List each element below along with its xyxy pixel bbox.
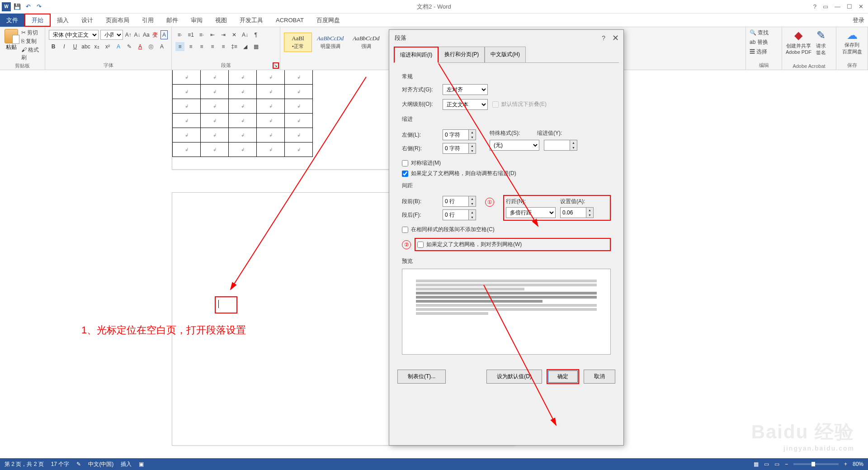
sort-icon[interactable]: A↓ [241,30,250,39]
noadd-checkbox[interactable] [402,227,408,233]
distribute-icon[interactable]: ≡ [219,42,228,51]
login-link[interactable]: 登录 [853,16,864,24]
at-spinner[interactable]: ▲▼ [560,207,594,218]
help-icon[interactable]: ? [813,3,816,10]
read-mode-icon[interactable]: ▭ [764,461,769,467]
numbering-icon[interactable]: ≡1 [186,30,195,39]
macro-icon[interactable]: ▣ [139,461,144,467]
zoom-out-icon[interactable]: − [785,461,788,467]
font-color-icon[interactable]: A [136,42,145,51]
undo-icon[interactable]: ↶ [24,2,33,11]
justify-icon[interactable]: ≡ [208,42,217,51]
enclose-icon[interactable]: ㊐ [146,42,156,51]
char-border-icon[interactable]: A [160,30,168,39]
tab-asian-typography[interactable]: 中文版式(H) [485,47,526,63]
special-select[interactable]: (无) [490,140,539,151]
tab-acrobat[interactable]: ACROBAT [269,14,310,27]
spellcheck-icon[interactable]: ✎ [76,461,81,467]
autogrid-checkbox[interactable] [402,171,408,177]
line-spacing-icon[interactable]: ‡≡ [230,42,239,51]
strike-icon[interactable]: abc [81,42,90,51]
increase-indent-icon[interactable]: ⇥ [219,30,228,39]
dialog-close-icon[interactable]: ✕ [612,33,619,43]
after-spinner[interactable]: ▲▼ [443,209,476,220]
shading-icon[interactable]: ◢ [241,42,250,51]
tab-references[interactable]: 引用 [136,14,160,27]
redo-icon[interactable]: ↷ [34,2,43,11]
tab-baidu[interactable]: 百度网盘 [310,14,346,27]
tab-indent-spacing[interactable]: 缩进和间距(I) [394,47,439,63]
phonetic-icon[interactable]: 变 [151,30,159,39]
snapgrid-checkbox[interactable] [417,242,424,248]
right-indent-spinner[interactable]: ▲▼ [443,143,476,154]
underline-icon[interactable]: U [71,42,80,51]
align-center-icon[interactable]: ≡ [186,42,195,51]
cut-button[interactable]: ✂ 剪切 [21,29,41,37]
shrink-font-icon[interactable]: A↓ [134,30,141,39]
font-name-select[interactable]: 宋体 (中文正文 [49,30,99,40]
italic-icon[interactable]: I [60,42,69,51]
bullets-icon[interactable]: ≡· [175,30,184,39]
borders-icon[interactable]: ▦ [251,42,260,51]
tab-layout[interactable]: 页面布局 [99,14,136,27]
align-right-icon[interactable]: ≡ [197,42,206,51]
style-emphasis[interactable]: AaBbCcDd 明显强调 [313,33,348,52]
cancel-button[interactable]: 取消 [584,370,615,384]
before-spinner[interactable]: ▲▼ [443,196,476,207]
char-shading-icon[interactable]: A [157,42,166,51]
mirror-checkbox[interactable] [402,160,408,166]
replace-button[interactable]: ab 替换 [750,38,778,46]
web-layout-icon[interactable]: ▭ [774,461,779,467]
tab-design[interactable]: 设计 [75,14,99,27]
tab-mail[interactable]: 邮件 [160,14,184,27]
word-count[interactable]: 17 个字 [51,461,70,468]
style-normal[interactable]: AaBl •正常 [284,33,312,52]
zoom-level[interactable]: 80% [853,461,863,467]
outline-select[interactable]: 正文文本 [443,99,488,110]
zoom-slider[interactable] [793,463,839,465]
create-pdf-button[interactable]: ◆ 创建并共享 Adobe PDF [786,29,811,56]
format-painter-button[interactable]: 🖌 格式刷 [21,46,41,62]
page-status[interactable]: 第 2 页，共 2 页 [5,461,44,468]
ok-button[interactable]: 确定 [547,369,579,384]
asian-layout-icon[interactable]: ✕ [230,30,239,39]
default-button[interactable]: 设为默认值(D) [486,370,542,384]
align-left-icon[interactable]: ≡ [175,42,184,51]
print-layout-icon[interactable]: ▦ [754,461,759,467]
show-marks-icon[interactable]: ¶ [251,30,260,39]
paste-button[interactable]: 粘贴 [4,29,19,62]
insert-mode[interactable]: 插入 [121,461,132,468]
doc-table[interactable]: ↲↲↲↲↲ ↲↲↲↲↲ ↲↲↲↲↲ ↲↲↲↲↲ ↲↲↲↲↲ ↲↲↲↲↲ [172,70,313,157]
zoom-in-icon[interactable]: + [844,461,847,467]
tab-file[interactable]: 文件 [0,14,24,27]
tabs-button[interactable]: 制表位(T)... [397,370,446,384]
text-effect-icon[interactable]: A [114,42,123,51]
paragraph-launcher-icon[interactable]: ↘ [273,62,279,69]
close-icon[interactable]: ✕ [859,3,863,10]
tab-view[interactable]: 视图 [209,14,233,27]
highlight-icon[interactable]: ✎ [125,42,134,51]
subscript-icon[interactable]: x₂ [92,42,101,51]
change-case-icon[interactable]: Aa [142,30,150,39]
dialog-help-icon[interactable]: ? [602,34,605,42]
find-button[interactable]: 🔍 查找 [750,29,778,37]
decrease-indent-icon[interactable]: ⇤ [208,30,217,39]
copy-button[interactable]: ⎘ 复制 [21,38,41,45]
tab-insert[interactable]: 插入 [51,14,75,27]
font-size-select[interactable]: 小四 [100,30,123,40]
style-strong[interactable]: AaBbCcDd 强调 [349,33,383,52]
superscript-icon[interactable]: x² [103,42,112,51]
request-sign-button[interactable]: ✎ 请求 签名 [816,29,826,56]
tab-home[interactable]: 开始 [24,14,51,27]
maximize-icon[interactable]: ☐ [847,3,852,10]
language-status[interactable]: 中文(中国) [88,461,113,468]
line-spacing-select[interactable]: 多倍行距 [506,207,556,218]
minimize-icon[interactable]: — [835,3,840,10]
tab-review[interactable]: 审阅 [184,14,209,27]
tab-line-page-breaks[interactable]: 换行和分页(P) [439,47,485,63]
alignment-select[interactable]: 左对齐 [443,84,488,95]
grow-font-icon[interactable]: A↑ [125,30,132,39]
ribbon-toggle-icon[interactable]: ▭ [823,3,828,10]
by-spinner[interactable]: ▲▼ [544,140,577,151]
multilevel-icon[interactable]: ≡· [197,30,206,39]
